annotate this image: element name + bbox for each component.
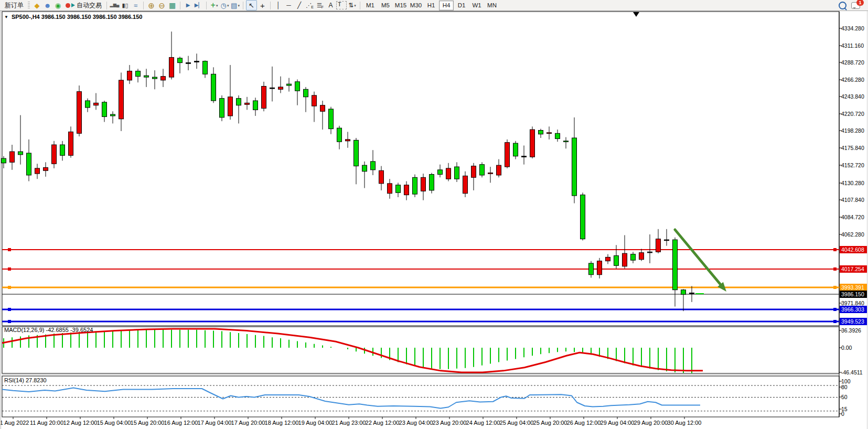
candle-body <box>203 61 208 74</box>
candle-body <box>396 185 401 192</box>
price-line-label: 3949.523 <box>840 318 867 325</box>
candle-body <box>253 101 258 110</box>
candle-body <box>237 99 241 105</box>
templates-button[interactable]: ▤▾ <box>230 1 240 10</box>
window-edge-right <box>867 11 867 429</box>
candle-body <box>127 71 132 80</box>
candle-body <box>665 240 669 241</box>
zoom-out-icon[interactable]: ⊖ <box>157 1 167 10</box>
horizontal-line-icon[interactable]: ─ <box>284 1 294 10</box>
candle-body <box>329 109 334 129</box>
arrows-icon[interactable]: ⇅▾ <box>347 1 357 10</box>
window-edge-left <box>1 11 1 429</box>
hline-handle-right[interactable] <box>833 308 837 311</box>
candle-body <box>278 87 283 89</box>
trendline-icon[interactable]: ╱ <box>294 1 304 10</box>
candle-body <box>656 239 661 252</box>
hline-handle-right[interactable] <box>833 320 837 323</box>
candle-body <box>438 170 443 175</box>
timeframe-m30-button[interactable]: M30 <box>409 1 423 10</box>
zoom-in-icon[interactable]: ⊕ <box>146 1 156 10</box>
macd-indicator-group <box>2 329 703 373</box>
hline-handle-left[interactable] <box>8 320 11 323</box>
hline-handle-right[interactable] <box>833 267 837 271</box>
gold-gem-icon[interactable]: ◆ <box>32 1 42 10</box>
price-axis-label: 4130.280 <box>841 180 864 186</box>
chart-canvas[interactable] <box>0 0 868 429</box>
new-order-button[interactable]: 新订单 <box>3 1 26 10</box>
candle-body <box>513 143 518 156</box>
timeframe-m15-button[interactable]: M15 <box>393 1 408 10</box>
hline-handle-right[interactable] <box>833 248 837 251</box>
candle-body <box>337 128 342 142</box>
signals-icon[interactable]: ◉ <box>53 1 63 10</box>
new-chart-button[interactable]: +▾ <box>209 1 219 10</box>
horizontal-lines-group[interactable] <box>2 248 839 323</box>
hline-handle-left[interactable] <box>8 308 11 311</box>
candle-body <box>144 76 149 77</box>
date-axis-label: 22 Aug 12:00 <box>366 420 400 426</box>
candle-body <box>589 263 594 275</box>
autotrading-button[interactable]: 自动交易 <box>63 1 104 10</box>
timeframe-h1-button[interactable]: H1 <box>424 1 438 10</box>
candle-body <box>77 92 82 134</box>
line-chart-icon[interactable]: ≈ <box>131 1 141 10</box>
fibonacci-icon[interactable]: ☰F <box>315 1 325 10</box>
timeframes-clock-button[interactable]: ◷▾ <box>220 1 230 10</box>
trend-arrow-shaft[interactable] <box>675 230 720 284</box>
chart-shift-icon[interactable]: ▶▏ <box>194 1 203 10</box>
timeframe-d1-button[interactable]: D1 <box>454 1 469 10</box>
text-label-icon[interactable]: T <box>336 1 347 10</box>
price-axis-label: 4152.720 <box>841 162 864 168</box>
rsi-line <box>2 388 700 409</box>
date-axis-label: 15 Aug 04:00 <box>97 420 131 426</box>
hline-handle-left[interactable] <box>8 286 11 289</box>
candle-body <box>430 175 434 190</box>
timeframe-mn-button[interactable]: MN <box>485 1 499 10</box>
timeframe-m5-button[interactable]: M5 <box>378 1 393 10</box>
auto-scroll-icon[interactable]: ▶ <box>183 1 193 10</box>
chart-title-bar: ▼ SP500-,H4 3986.150 3986.150 3986.150 3… <box>4 14 142 20</box>
autotrading-status-icon <box>66 3 70 8</box>
cursor-icon[interactable]: ↖ <box>246 0 257 10</box>
price-axis-label: 4220.720 <box>841 111 864 117</box>
candle-body <box>681 290 686 295</box>
timeframe-w1-button[interactable]: W1 <box>469 1 484 10</box>
search-icon[interactable] <box>839 2 846 9</box>
candle-body <box>639 253 644 260</box>
vertical-line-icon[interactable]: │ <box>273 1 283 10</box>
tile-windows-icon[interactable]: ▦ <box>167 1 177 10</box>
candlestick-chart-icon[interactable]: ▮▯ <box>120 1 130 10</box>
candle-body <box>2 158 6 163</box>
hline-handle-right[interactable] <box>833 286 837 289</box>
candle-body <box>673 240 678 290</box>
date-axis-label: 18 Aug 12:00 <box>265 420 299 426</box>
candle-body <box>312 95 317 106</box>
timeframe-m1-button[interactable]: M1 <box>363 1 378 10</box>
rsi-axis-label: 0 <box>841 411 844 417</box>
bar-chart-icon[interactable]: ▂▆▄ <box>110 1 120 10</box>
metatrader-window: 新订单◆☻◉自动交易▂▆▄▮▯≈⊕⊖▦▶▶▏+▾◷▾▤▾↖+│─╱⋰E☰FAT⇅… <box>0 0 868 429</box>
price-line-label: 4017.254 <box>840 265 867 273</box>
timeframe-h4-button[interactable]: H4 <box>439 1 454 10</box>
axis-ticks-group <box>13 28 842 419</box>
equidistant-channel-icon[interactable]: ⋰E <box>305 1 315 10</box>
profile-icon[interactable]: ☻ <box>42 1 52 10</box>
candle-body <box>35 168 40 174</box>
notifications-icon[interactable]: 1 <box>851 2 860 9</box>
candle-body <box>69 132 73 155</box>
candle-body <box>522 156 527 157</box>
candle-body <box>446 168 451 179</box>
hline-handle-left[interactable] <box>8 248 11 251</box>
macd-axis-label: 36.3926 <box>841 327 861 334</box>
candle-body <box>228 97 233 116</box>
candle-body <box>94 103 99 105</box>
price-line-label: 3993.391 <box>840 284 867 291</box>
crosshair-icon[interactable]: + <box>258 1 267 10</box>
date-axis-label: 21 Aug 23:00 <box>332 420 366 426</box>
collapse-arrow-icon[interactable]: ▼ <box>4 15 8 19</box>
chart-title: SP500-,H4 3986.150 3986.150 3986.150 398… <box>12 14 143 20</box>
hline-handle-left[interactable] <box>8 267 11 271</box>
candle-body <box>111 114 115 116</box>
text-icon[interactable]: A <box>326 1 336 10</box>
